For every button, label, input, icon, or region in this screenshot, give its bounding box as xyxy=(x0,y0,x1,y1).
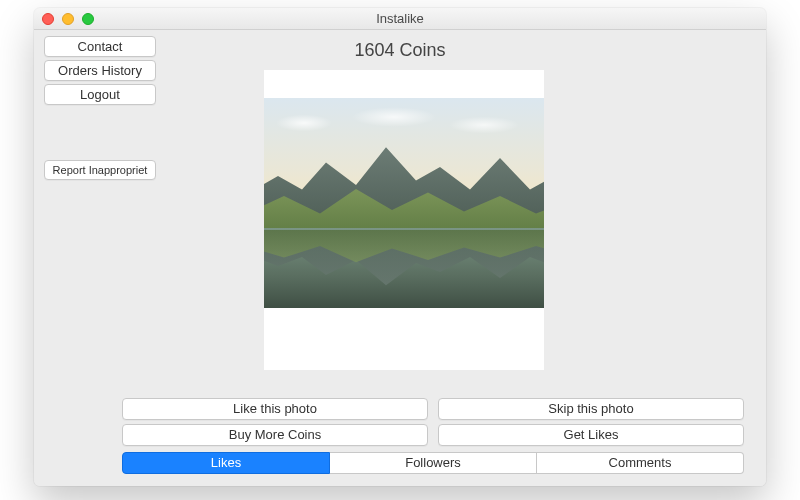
tab-followers[interactable]: Followers xyxy=(330,452,537,474)
tab-likes[interactable]: Likes xyxy=(122,452,330,474)
tabs: Likes Followers Comments xyxy=(122,452,744,474)
action-row-1: Like this photo Skip this photo xyxy=(122,398,744,420)
bottom-panel: Like this photo Skip this photo Buy More… xyxy=(122,398,744,474)
photo-card xyxy=(264,70,544,370)
content-area: Contact Orders History Logout Report Ina… xyxy=(34,30,766,486)
titlebar: Instalike xyxy=(34,8,766,30)
like-photo-button[interactable]: Like this photo xyxy=(122,398,428,420)
report-inappropriate-button[interactable]: Report Inappropriet xyxy=(44,160,156,180)
skip-photo-button[interactable]: Skip this photo xyxy=(438,398,744,420)
coins-label: 1604 Coins xyxy=(34,40,766,61)
photo-clouds xyxy=(264,103,544,143)
get-likes-button[interactable]: Get Likes xyxy=(438,424,744,446)
orders-history-button[interactable]: Orders History xyxy=(44,60,156,81)
logout-button[interactable]: Logout xyxy=(44,84,156,105)
buy-coins-button[interactable]: Buy More Coins xyxy=(122,424,428,446)
action-row-2: Buy More Coins Get Likes xyxy=(122,424,744,446)
app-window: Instalike Contact Orders History Logout … xyxy=(34,8,766,486)
window-title: Instalike xyxy=(34,11,766,26)
tab-comments[interactable]: Comments xyxy=(537,452,744,474)
photo-image xyxy=(264,98,544,308)
